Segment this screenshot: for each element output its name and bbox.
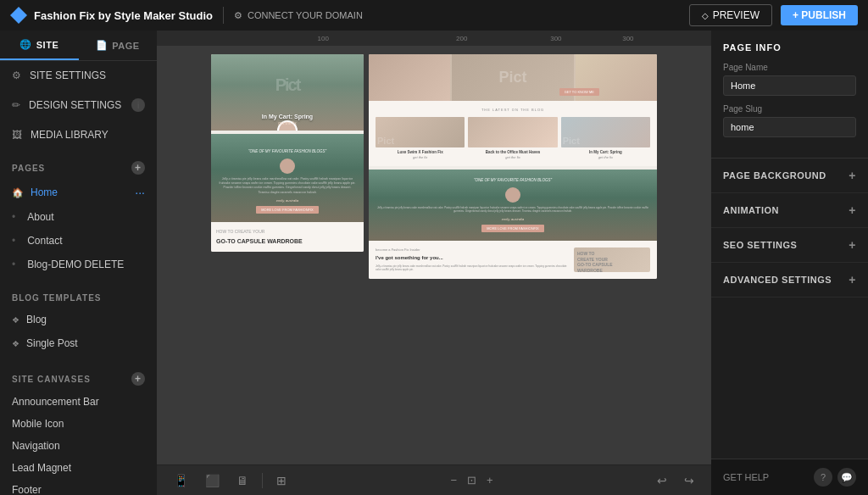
- zoom-in-button[interactable]: +: [483, 470, 497, 490]
- accordion-advanced-settings-header[interactable]: ADVANCED SETTINGS +: [711, 263, 868, 297]
- blog-templates-list: Blog Single Post: [0, 308, 157, 360]
- page-item-home[interactable]: Home ···: [0, 180, 157, 205]
- page-name-input[interactable]: [723, 75, 856, 96]
- mobile-big-title: GO-TO CAPSULE WARDROBE: [216, 237, 359, 245]
- sidebar-item-design-settings[interactable]: ✏ DESIGN SETTINGS i: [0, 90, 157, 120]
- tablet-view-icon[interactable]: ⬛: [202, 470, 223, 491]
- blog-cards: Pict Luxe Swim X Fashion Fix get the fix…: [376, 117, 650, 159]
- redo-button[interactable]: ↪: [681, 470, 698, 491]
- desktop-preview-frame[interactable]: Pict GET TO KNOW ME THE LATEST ON THE BL…: [369, 54, 657, 279]
- grid-icon[interactable]: ⊞: [273, 470, 290, 491]
- pages-section-header: PAGES +: [0, 149, 157, 180]
- hero-collage: Pict: [369, 54, 657, 101]
- accordion-page-background-label: PAGE BACKGROUND: [723, 170, 826, 181]
- image-icon: 🖼: [12, 129, 22, 141]
- site-canvases-section-header: SITE CANVASES +: [0, 360, 157, 391]
- canvas-item-navigation[interactable]: Navigation: [0, 435, 157, 457]
- template-item-single-post[interactable]: Single Post: [0, 331, 157, 355]
- gear-icon: ⚙: [12, 70, 21, 81]
- mobile-quote-section: "ONE OF MY FAVOURITE FASHION BLOGS" Jell…: [211, 134, 364, 222]
- add-page-button[interactable]: +: [131, 161, 145, 175]
- zoom-out-button[interactable]: −: [447, 470, 460, 490]
- sidebar-item-media-library[interactable]: 🖼 MEDIA LIBRARY: [0, 120, 157, 149]
- help-question-icon[interactable]: ?: [814, 468, 832, 487]
- page-item-contact[interactable]: Contact: [0, 229, 157, 253]
- topbar: Fashion Fix by Style Maker Studio ⚙ CONN…: [0, 0, 868, 31]
- toolbar-right: ↩ ↪: [654, 470, 711, 491]
- template-single-post-label: Single Post: [26, 337, 78, 349]
- home-icon: [12, 186, 24, 198]
- card-1-img: Pict: [376, 117, 465, 147]
- quote-body: Jelly-o tiramisu pie jelly beans cake ma…: [218, 177, 357, 195]
- media-library-label: MEDIA LIBRARY: [31, 129, 108, 141]
- main-layout: SITE PAGE ⚙ SITE SETTINGS ✏ DESIGN SETTI…: [0, 31, 868, 495]
- accordion-page-background-header[interactable]: PAGE BACKGROUND +: [711, 159, 868, 192]
- publish-button[interactable]: + PUBLISH: [781, 5, 858, 25]
- help-chat-icon[interactable]: 💬: [837, 468, 856, 487]
- sidebar-tabs: SITE PAGE: [0, 31, 157, 61]
- desktop-page-content: Pict GET TO KNOW ME THE LATEST ON THE BL…: [369, 54, 657, 279]
- accordion-advanced-settings-label: ADVANCED SETTINGS: [723, 275, 832, 285]
- tab-site[interactable]: SITE: [0, 31, 79, 60]
- template-item-blog[interactable]: Blog: [0, 308, 157, 331]
- desktop-quote-body: Jelly-o tiramisu pie jelly beans cake ma…: [376, 206, 650, 214]
- canvas-item-footer[interactable]: Footer: [0, 479, 157, 495]
- page-item-blog-demo[interactable]: Blog-DEMO DELETE: [0, 253, 157, 276]
- zoom-fit-button[interactable]: ⊡: [464, 470, 480, 490]
- accordion-seo-settings-header[interactable]: SEO SETTINGS +: [711, 228, 868, 262]
- card-3: Pict In My Cart: Spring get the fix: [561, 117, 650, 159]
- canvas-item-lead-magnet[interactable]: Lead Magnet: [0, 457, 157, 479]
- logo-icon: [10, 7, 27, 24]
- canvas-item-mobile-icon[interactable]: Mobile Icon: [0, 413, 157, 435]
- img-text: HOW TOCREATE YOURGO-TO CAPSULEWARDROBE: [577, 251, 613, 272]
- get-help-label: GET HELP: [723, 472, 769, 482]
- template-blog-label: Blog: [26, 314, 47, 325]
- toolbar-zoom: − ⊡ +: [447, 470, 496, 490]
- topbar-divider: [223, 7, 224, 24]
- add-canvas-button[interactable]: +: [131, 372, 145, 386]
- pencil-icon: ✏: [12, 99, 20, 111]
- mobile-bottom: HOW TO CREATE YOUR GO-TO CAPSULE WARDROB…: [211, 222, 364, 252]
- tab-page-label: PAGE: [112, 41, 139, 51]
- page-dot: [12, 259, 20, 270]
- sidebar-item-site-settings[interactable]: ⚙ SITE SETTINGS: [0, 61, 157, 90]
- page-slug-input[interactable]: [723, 117, 856, 137]
- site-canvases-title: SITE CANVASES: [12, 375, 91, 384]
- desktop-hero: Pict GET TO KNOW ME: [369, 54, 657, 101]
- desktop-got-something: become a Fashion Fix Insider I've got so…: [369, 241, 657, 279]
- toolbar-divider-1: [262, 473, 263, 488]
- ruler: 100 200 300 300: [157, 31, 711, 46]
- canvas-announcement-label: Announcement Bar: [12, 396, 99, 408]
- hero-sub: get the fix: [216, 120, 359, 125]
- desktop-view-icon[interactable]: 🖥: [233, 470, 252, 491]
- mobile-page-content: Pict In My Cart: Spring get the fix "ONE…: [211, 54, 364, 252]
- logo-big: Pict: [498, 69, 526, 86]
- mobile-view-icon[interactable]: 📱: [170, 470, 192, 491]
- card-logo: Pict: [377, 136, 394, 146]
- page-dot: [12, 211, 20, 223]
- gear-icon: ⚙: [234, 10, 242, 21]
- connect-domain-label: CONNECT YOUR DOMAIN: [248, 10, 363, 20]
- topbar-actions: PREVIEW + PUBLISH: [689, 4, 858, 26]
- connect-domain-button[interactable]: ⚙ CONNECT YOUR DOMAIN: [234, 10, 363, 21]
- card-1-sub: get the fix: [376, 155, 465, 159]
- card-3-sub: get the fix: [561, 155, 650, 159]
- brand-name: Fashion Fix by Style Maker Studio: [34, 9, 213, 22]
- got-something-title: I've got something for you...: [376, 254, 569, 261]
- blog-templates-section-header: BLOG TEMPLATES: [0, 281, 157, 308]
- page-dot: [12, 235, 20, 247]
- page-item-about[interactable]: About: [0, 205, 157, 229]
- undo-button[interactable]: ↩: [654, 470, 670, 491]
- blog-templates-title: BLOG TEMPLATES: [12, 293, 101, 303]
- accordion-animation-header[interactable]: ANIMATION +: [711, 193, 868, 227]
- canvas-content[interactable]: Pict In My Cart: Spring get the fix "ONE…: [157, 46, 711, 464]
- more-icon[interactable]: ···: [135, 186, 145, 199]
- canvas-item-announcement-bar[interactable]: Announcement Bar: [0, 391, 157, 413]
- preview-button[interactable]: PREVIEW: [689, 4, 772, 26]
- tab-page[interactable]: PAGE: [79, 31, 158, 60]
- canvas-footer-label: Footer: [12, 484, 42, 495]
- accordion-advanced-settings: ADVANCED SETTINGS +: [711, 263, 868, 298]
- mobile-preview-frame[interactable]: Pict In My Cart: Spring get the fix "ONE…: [211, 54, 364, 252]
- collage-2: Pict: [452, 54, 574, 101]
- ruler-mark-200: 200: [456, 35, 467, 42]
